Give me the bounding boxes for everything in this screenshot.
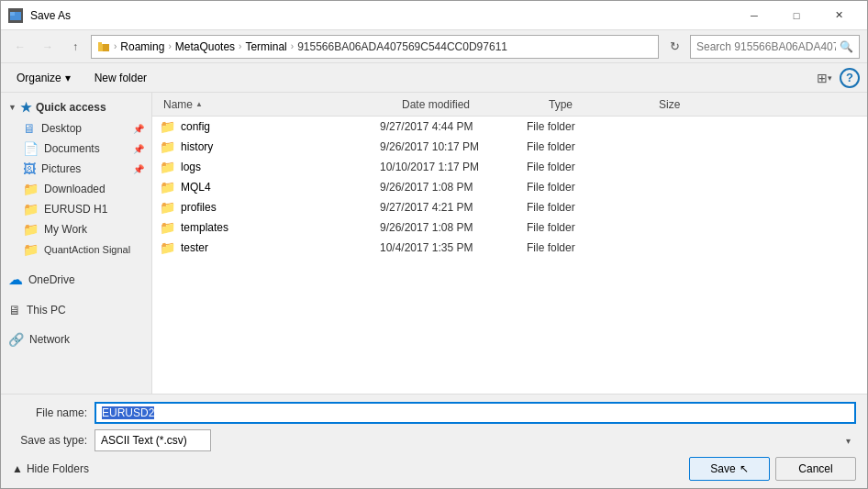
filename-input[interactable] bbox=[95, 402, 856, 424]
sidebar-item-network[interactable]: 🔗 Network bbox=[1, 328, 151, 350]
hide-folders-button[interactable]: ▲ Hide Folders bbox=[12, 462, 89, 475]
file-date: 9/26/2017 1:08 PM bbox=[380, 221, 527, 234]
filename-label: File name: bbox=[12, 406, 95, 419]
sidebar-downloaded-label: Downloaded bbox=[44, 183, 106, 195]
new-folder-button[interactable]: New folder bbox=[86, 67, 155, 89]
sidebar-thispc-label: This PC bbox=[27, 304, 66, 317]
file-type: File folder bbox=[527, 201, 637, 214]
back-button[interactable]: ← bbox=[8, 36, 32, 58]
file-date: 9/26/2017 10:17 PM bbox=[380, 140, 527, 153]
folder-icon: 📁 bbox=[160, 139, 175, 154]
table-row[interactable]: 📁 profiles 9/27/2017 4:21 PM File folder bbox=[152, 197, 867, 217]
select-arrow-icon: ▾ bbox=[846, 436, 851, 446]
hide-folders-label: Hide Folders bbox=[27, 462, 89, 475]
quantaction-folder-icon: 📁 bbox=[23, 242, 39, 257]
table-row[interactable]: 📁 config 9/27/2017 4:44 PM File folder bbox=[152, 117, 867, 137]
view-button[interactable]: ⊞ ▾ bbox=[812, 67, 836, 89]
file-name-text: profiles bbox=[181, 201, 217, 214]
sidebar-item-onedrive[interactable]: ☁ OneDrive bbox=[1, 267, 151, 292]
search-input[interactable] bbox=[696, 40, 836, 53]
sidebar-documents-label: Documents bbox=[44, 142, 100, 155]
quick-access-label: Quick access bbox=[36, 101, 106, 114]
sidebar-item-documents[interactable]: 📄 Documents 📌 bbox=[1, 139, 151, 159]
breadcrumb-separator-2: › bbox=[239, 41, 241, 51]
search-box[interactable]: 🔍 bbox=[690, 35, 860, 59]
breadcrumb-metaquotes[interactable]: MetaQuotes bbox=[175, 40, 235, 53]
svg-rect-2 bbox=[98, 44, 103, 51]
file-type: File folder bbox=[527, 181, 637, 194]
minimize-button[interactable]: ─ bbox=[733, 1, 775, 30]
table-row[interactable]: 📁 MQL4 9/26/2017 1:08 PM File folder bbox=[152, 177, 867, 197]
window-icon bbox=[8, 8, 23, 23]
sidebar-quick-access-header[interactable]: ▼ ★ Quick access bbox=[1, 96, 151, 118]
file-list: Name ▲ Date modified Type Size 📁 conf bbox=[152, 93, 867, 394]
table-row[interactable]: 📁 logs 10/10/2017 1:17 PM File folder bbox=[152, 157, 867, 177]
network-icon: 🔗 bbox=[8, 332, 24, 347]
save-label: Save bbox=[710, 462, 735, 475]
table-row[interactable]: 📁 templates 9/26/2017 1:08 PM File folde… bbox=[152, 217, 867, 238]
table-row[interactable]: 📁 tester 10/4/2017 1:35 PM File folder bbox=[152, 238, 867, 258]
svg-rect-1 bbox=[10, 12, 15, 16]
file-date: 10/10/2017 1:17 PM bbox=[380, 161, 527, 173]
cancel-button[interactable]: Cancel bbox=[775, 457, 856, 481]
file-list-header: Name ▲ Date modified Type Size bbox=[152, 93, 867, 117]
file-type: File folder bbox=[527, 140, 637, 153]
organize-arrow-icon: ▾ bbox=[65, 72, 71, 84]
sidebar-divider-2 bbox=[1, 292, 151, 299]
forward-button[interactable]: → bbox=[36, 36, 60, 58]
sidebar-item-quantaction[interactable]: 📁 QuantAction Signal bbox=[1, 239, 151, 260]
column-date-header[interactable]: Date modified bbox=[398, 98, 545, 111]
file-date: 9/27/2017 4:21 PM bbox=[380, 201, 527, 214]
col-name-label: Name bbox=[163, 98, 193, 111]
file-type: File folder bbox=[527, 241, 637, 254]
sidebar-network-label: Network bbox=[29, 333, 70, 346]
folder-icon: 📁 bbox=[160, 160, 175, 174]
breadcrumb-separator-1: › bbox=[168, 41, 171, 51]
filename-row: File name: bbox=[12, 402, 856, 424]
organize-button[interactable]: Organize ▾ bbox=[8, 67, 79, 89]
view-icon: ⊞ bbox=[817, 71, 828, 85]
pin-icon-pics: 📌 bbox=[133, 164, 144, 174]
col-type-label: Type bbox=[549, 98, 573, 111]
refresh-button[interactable]: ↻ bbox=[662, 35, 686, 59]
file-date: 9/26/2017 1:08 PM bbox=[380, 181, 527, 194]
navigation-toolbar: ← → ↑ › Roaming › MetaQuotes › Terminal … bbox=[1, 30, 867, 63]
file-date: 10/4/2017 1:35 PM bbox=[380, 241, 527, 254]
breadcrumb-terminal[interactable]: Terminal bbox=[245, 40, 286, 53]
maximize-button[interactable]: □ bbox=[775, 1, 818, 30]
bottom-actions: ▲ Hide Folders Save ↖ Cancel bbox=[12, 457, 856, 481]
help-button[interactable]: ? bbox=[840, 68, 860, 88]
column-type-header[interactable]: Type bbox=[545, 98, 655, 111]
file-name-text: tester bbox=[181, 241, 208, 254]
downloaded-folder-icon: 📁 bbox=[23, 182, 39, 196]
breadcrumb-bar[interactable]: › Roaming › MetaQuotes › Terminal › 9155… bbox=[91, 35, 659, 59]
close-button[interactable]: ✕ bbox=[818, 1, 860, 30]
sidebar-item-eurusd[interactable]: 📁 EURUSD H1 bbox=[1, 199, 151, 219]
file-type: File folder bbox=[527, 161, 637, 173]
thispc-icon: 🖥 bbox=[8, 303, 21, 317]
sidebar-mywork-label: My Work bbox=[44, 223, 87, 236]
sidebar-item-thispc[interactable]: 🖥 This PC bbox=[1, 299, 151, 321]
savetype-select[interactable]: ASCII Text (*.csv) bbox=[95, 429, 211, 451]
save-button[interactable]: Save ↖ bbox=[689, 457, 770, 481]
sidebar-onedrive-label: OneDrive bbox=[28, 273, 75, 286]
window-title: Save As bbox=[30, 9, 733, 22]
sidebar-item-downloaded[interactable]: 📁 Downloaded bbox=[1, 179, 151, 199]
window-controls: ─ □ ✕ bbox=[733, 1, 860, 30]
sidebar-pictures-label: Pictures bbox=[41, 162, 81, 175]
sidebar-item-pictures[interactable]: 🖼 Pictures 📌 bbox=[1, 159, 151, 179]
table-row[interactable]: 📁 history 9/26/2017 10:17 PM File folder bbox=[152, 137, 867, 157]
file-name-text: logs bbox=[181, 161, 201, 173]
sidebar-item-mywork[interactable]: 📁 My Work bbox=[1, 219, 151, 239]
col-date-label: Date modified bbox=[402, 98, 470, 111]
bottom-section: File name: Save as type: ASCII Text (*.c… bbox=[1, 394, 867, 488]
sidebar-item-desktop[interactable]: 🖥 Desktop 📌 bbox=[1, 118, 151, 139]
column-name-header[interactable]: Name ▲ bbox=[160, 98, 398, 111]
column-size-header[interactable]: Size bbox=[655, 98, 729, 111]
breadcrumb-roaming[interactable]: Roaming bbox=[120, 40, 164, 53]
sidebar-divider-3 bbox=[1, 321, 151, 328]
sidebar-eurusd-label: EURUSD H1 bbox=[44, 203, 107, 216]
main-content: ▼ ★ Quick access 🖥 Desktop 📌 📄 Documents… bbox=[1, 93, 867, 394]
up-button[interactable]: ↑ bbox=[63, 36, 87, 58]
desktop-folder-icon: 🖥 bbox=[23, 121, 36, 136]
